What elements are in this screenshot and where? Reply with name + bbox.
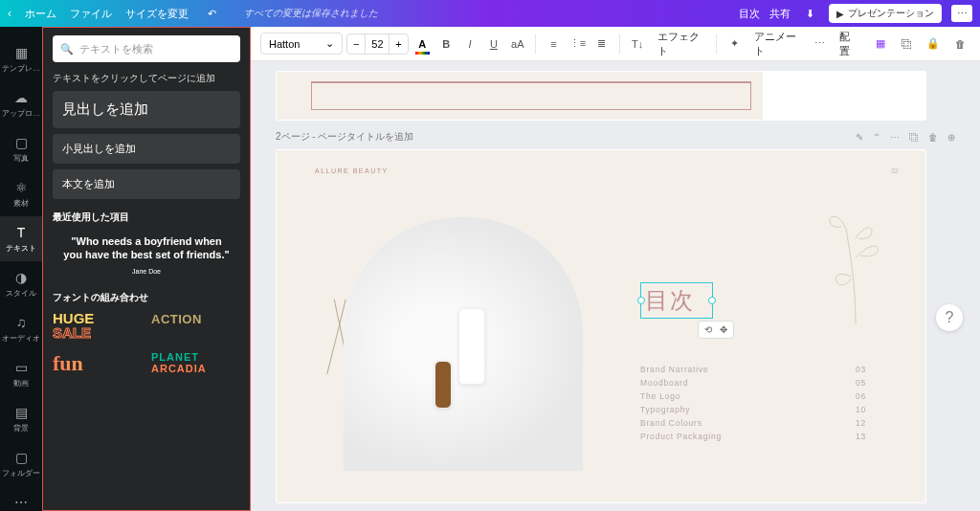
combo-text: SALE [53, 326, 142, 340]
page-1-thumb[interactable] [276, 71, 926, 121]
rail-label: テンプレ… [2, 63, 40, 74]
vertical-text-button[interactable]: T↓ [628, 33, 648, 56]
add-page-icon[interactable]: ⊕ [947, 132, 955, 143]
audio-icon: ♫ [12, 314, 30, 331]
combo-planet[interactable]: PLANET ARCADIA [151, 351, 240, 376]
duplicate-icon[interactable]: ⟲ [704, 324, 712, 335]
toc-row[interactable]: Product Packaging13 [640, 430, 866, 443]
recent-quote-item[interactable]: "Who needs a boyfriend when you have the… [53, 232, 240, 279]
page-title-input[interactable]: 2ページ - ページタイトルを追加 [276, 130, 413, 144]
transparency-button[interactable]: ▦ [870, 33, 891, 56]
floating-controls: ⟲ ✥ [698, 321, 734, 339]
case-button[interactable]: aA [507, 33, 527, 56]
toc-row[interactable]: Moodboard05 [640, 376, 866, 389]
combo-action[interactable]: ACTION [151, 312, 240, 340]
resize-button[interactable]: サイズを変更 [125, 7, 189, 21]
toc-row[interactable]: Brand Narrative03 [640, 363, 866, 376]
rail-label: アップロ… [2, 108, 40, 119]
undo-icon[interactable]: ↶ [202, 4, 221, 23]
underline-button[interactable]: U [483, 33, 503, 56]
toc-row[interactable]: Typography10 [640, 403, 866, 416]
help-button[interactable]: ? [936, 304, 963, 331]
list-button[interactable]: ⋮≡ [568, 33, 588, 56]
rail-text[interactable]: Tテキスト [0, 216, 42, 261]
click-hint: テキストをクリックしてページに追加 [53, 72, 240, 85]
rail-video[interactable]: ▭動画 [0, 351, 42, 396]
play-icon: ▶ [836, 9, 844, 19]
font-select[interactable]: Hatton ⌄ [260, 33, 343, 55]
quote-author: Jane Doe [62, 268, 231, 277]
styles-icon: ◑ [12, 269, 30, 286]
more-menu[interactable]: ⋯ [951, 5, 972, 22]
font-size-input[interactable]: 52 [365, 34, 390, 54]
page-more-icon[interactable]: ⋯ [890, 132, 900, 143]
selected-text-box[interactable]: 目次 [640, 282, 713, 319]
delete-page-icon[interactable]: 🗑 [928, 132, 938, 143]
arch-image [344, 217, 583, 471]
move-icon[interactable]: ✥ [720, 324, 727, 335]
search-input[interactable]: 🔍 テキストを検索 [53, 35, 240, 62]
animate-button[interactable]: アニメート [748, 26, 806, 62]
text-color-button[interactable]: A [412, 33, 433, 56]
brand-label: ALLURE BEAUTY [315, 167, 389, 174]
rail-styles[interactable]: ◑スタイル [0, 261, 42, 306]
toc-row[interactable]: The Logo06 [640, 389, 866, 403]
page-1-image [763, 72, 925, 120]
duplicate-page-icon[interactable]: ⿻ [909, 132, 919, 143]
add-heading-button[interactable]: 見出しを追加 [53, 91, 240, 128]
rail-uploads[interactable]: ☁アップロ… [0, 81, 42, 126]
rail-photos[interactable]: ▢写真 [0, 126, 42, 171]
copy-style-button[interactable]: ⿻ [897, 33, 918, 56]
combo-huge-sale[interactable]: HUGE SALE [53, 312, 142, 340]
title-text[interactable]: 目次 [645, 285, 695, 316]
rail-more[interactable]: ⋯もっと見る [0, 486, 42, 511]
add-subheading-button[interactable]: 小見出しを追加 [53, 134, 240, 164]
rail-elements[interactable]: ⚛素材 [0, 171, 42, 216]
toc-button[interactable]: 目次 [739, 7, 760, 21]
lock-button[interactable]: 🔒 [923, 33, 944, 56]
rail-folders[interactable]: ▢フォルダー [0, 441, 42, 486]
rail-label: 写真 [13, 153, 29, 164]
text-toolbar: Hatton ⌄ − 52 + A B I U aA ≡ ⋮≡ ≣ T↓ エフェ… [251, 27, 980, 61]
rail-label: 背景 [13, 423, 29, 433]
delete-button[interactable]: 🗑 [949, 33, 970, 56]
upload-icon: ☁ [12, 89, 30, 106]
present-button[interactable]: ▶ プレゼンテーション [829, 4, 942, 23]
notes-icon[interactable]: ✎ [856, 132, 863, 143]
quote-text: "Who needs a boyfriend when you have the… [63, 235, 229, 260]
back-icon[interactable]: ‹ [8, 7, 11, 20]
file-menu[interactable]: ファイル [70, 7, 112, 21]
add-body-button[interactable]: 本文を追加 [53, 169, 240, 199]
text-panel: 🔍 テキストを検索 テキストをクリックしてページに追加 見出しを追加 小見出しを… [42, 27, 251, 511]
spacing-button[interactable]: ≣ [591, 33, 612, 56]
collapse-icon[interactable]: ⌃ [873, 132, 880, 143]
size-decrease[interactable]: − [347, 34, 365, 54]
bold-button[interactable]: B [436, 33, 457, 56]
effects-button[interactable]: エフェクト [652, 26, 709, 62]
page-2-canvas[interactable]: ALLURE BEAUTY 02 目次 ⟲ ✥ Brand Narrat [276, 149, 926, 503]
rail-templates[interactable]: ▦テンプレ… [0, 36, 42, 81]
rail-audio[interactable]: ♫オーディオ [0, 306, 42, 351]
download-icon[interactable]: ⬇ [800, 4, 819, 23]
rail-background[interactable]: ▤背景 [0, 396, 42, 441]
toc-row[interactable]: Brand Colours12 [640, 416, 866, 430]
italic-button[interactable]: I [460, 33, 480, 56]
align-button[interactable]: ≡ [544, 33, 564, 56]
save-status: すべての変更は保存されました [244, 7, 378, 20]
folder-icon: ▢ [12, 449, 30, 466]
recent-section: 最近使用した項目 [53, 211, 240, 224]
home-button[interactable]: ホーム [25, 7, 56, 21]
combo-fun[interactable]: fun [53, 351, 142, 376]
bottle-amber [434, 361, 452, 409]
elements-icon: ⚛ [12, 179, 30, 196]
canvas-area: Hatton ⌄ − 52 + A B I U aA ≡ ⋮≡ ≣ T↓ エフェ… [251, 27, 980, 511]
background-icon: ▤ [12, 404, 30, 421]
share-button[interactable]: 共有 [769, 7, 791, 21]
toolbar-more[interactable]: ⋯ [810, 33, 830, 56]
position-button[interactable]: 配置 [834, 26, 864, 62]
rail-label: オーディオ [2, 333, 40, 344]
pages-scroll[interactable]: 2ページ - ページタイトルを追加 ✎ ⌃ ⋯ ⿻ 🗑 ⊕ ALLURE BEA… [251, 61, 980, 511]
size-increase[interactable]: + [390, 34, 407, 54]
page-2-header: 2ページ - ページタイトルを追加 ✎ ⌃ ⋯ ⿻ 🗑 ⊕ [276, 130, 955, 144]
floral-line-art [813, 200, 899, 324]
